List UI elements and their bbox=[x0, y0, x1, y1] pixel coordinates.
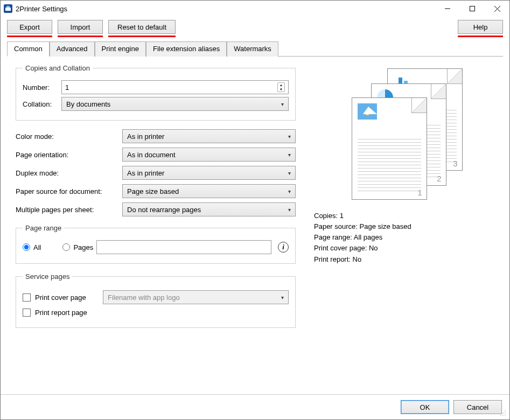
collation-value: By documents bbox=[66, 100, 110, 108]
info-icon[interactable]: i bbox=[278, 242, 289, 253]
collation-select[interactable]: By documents ▾ bbox=[61, 97, 289, 111]
svg-rect-1 bbox=[5, 8, 11, 11]
resize-grip-icon[interactable] bbox=[500, 410, 507, 417]
page-range-legend: Page range bbox=[23, 224, 64, 232]
cover-page-checkbox[interactable] bbox=[23, 293, 31, 302]
number-label: Number: bbox=[23, 83, 56, 92]
chevron-down-icon: ▾ bbox=[288, 152, 291, 158]
orientation-value: As in document bbox=[127, 151, 176, 159]
help-button[interactable]: Help bbox=[458, 20, 503, 34]
tab-common[interactable]: Common bbox=[7, 41, 50, 57]
duplex-select[interactable]: As in printer ▾ bbox=[122, 166, 296, 180]
preview-page-num-1: 1 bbox=[417, 188, 422, 197]
summary-copies: Copies: 1 bbox=[314, 211, 411, 221]
titlebar: 2Printer Settings bbox=[1, 1, 509, 17]
toolbar: Export Import Reset to default Help bbox=[1, 17, 509, 37]
reset-button[interactable]: Reset to default bbox=[108, 20, 176, 34]
preview-page-num-2: 2 bbox=[437, 174, 441, 183]
radio-pages-label: Pages bbox=[73, 243, 93, 251]
preview-illustration: 3 2 1 bbox=[340, 68, 464, 203]
picture-icon bbox=[358, 103, 377, 120]
tab-file-ext-aliases[interactable]: File extension aliases bbox=[146, 41, 227, 57]
export-underline bbox=[7, 36, 52, 37]
orientation-label: Page orientation: bbox=[16, 151, 117, 159]
tab-content: Copies and Collation Number: 1 ▲▼ Collat… bbox=[1, 57, 509, 394]
number-input[interactable]: 1 ▲▼ bbox=[61, 80, 289, 94]
paper-source-value: Page size based bbox=[127, 187, 179, 195]
duplex-value: As in printer bbox=[127, 169, 164, 177]
ok-button[interactable]: OK bbox=[401, 400, 449, 414]
cover-page-style-select[interactable]: Filename with app logo ▾ bbox=[103, 290, 289, 304]
cover-page-style-value: Filename with app logo bbox=[108, 293, 180, 302]
reset-underline bbox=[108, 36, 176, 37]
paper-source-label: Paper source for document: bbox=[16, 187, 117, 195]
radio-all-input[interactable] bbox=[23, 243, 30, 251]
settings-summary: Copies: 1 Paper source: Page size based … bbox=[314, 211, 411, 265]
copies-collation-legend: Copies and Collation bbox=[23, 64, 93, 72]
page-range-group: Page range All Pages i bbox=[16, 224, 296, 264]
radio-pages-input[interactable] bbox=[62, 243, 70, 251]
multi-pages-select[interactable]: Do not rearrange pages ▾ bbox=[122, 202, 296, 216]
color-mode-value: As in printer bbox=[127, 132, 164, 141]
summary-page-range: Page range: All pages bbox=[314, 232, 411, 243]
import-button[interactable]: Import bbox=[58, 20, 103, 34]
number-value: 1 bbox=[65, 83, 69, 92]
chevron-down-icon: ▾ bbox=[288, 207, 291, 213]
color-mode-label: Color mode: bbox=[16, 132, 117, 141]
export-button[interactable]: Export bbox=[7, 20, 52, 34]
color-mode-select[interactable]: As in printer ▾ bbox=[122, 129, 296, 143]
chevron-down-icon: ▾ bbox=[281, 101, 284, 107]
orientation-select[interactable]: As in document ▾ bbox=[122, 148, 296, 162]
service-pages-group: Service pages Print cover page Filename … bbox=[16, 272, 296, 328]
summary-report: Print report: No bbox=[314, 254, 411, 265]
copies-collation-group: Copies and Collation Number: 1 ▲▼ Collat… bbox=[16, 64, 296, 121]
multi-pages-value: Do not rearrange pages bbox=[127, 206, 201, 214]
tab-watermarks[interactable]: Watermarks bbox=[227, 41, 278, 57]
duplex-label: Duplex mode: bbox=[16, 169, 117, 177]
summary-paper-source: Paper source: Page size based bbox=[314, 221, 411, 232]
maximize-button[interactable] bbox=[460, 1, 485, 17]
tab-bar: Common Advanced Print engine File extens… bbox=[7, 41, 503, 57]
help-underline bbox=[458, 36, 503, 37]
chevron-down-icon: ▾ bbox=[281, 295, 284, 300]
service-pages-legend: Service pages bbox=[23, 272, 72, 281]
radio-all-label: All bbox=[33, 243, 41, 251]
chevron-down-icon: ▾ bbox=[288, 134, 291, 139]
import-underline bbox=[58, 36, 103, 37]
tab-advanced[interactable]: Advanced bbox=[50, 41, 95, 57]
svg-rect-2 bbox=[6, 6, 10, 8]
multi-pages-label: Multiple pages per sheet: bbox=[16, 206, 117, 214]
report-page-label: Print report page bbox=[35, 309, 87, 317]
window-title: 2Printer Settings bbox=[16, 5, 67, 13]
collation-label: Collation: bbox=[23, 100, 56, 108]
dialog-footer: OK Cancel bbox=[1, 394, 509, 419]
page-range-pages-radio[interactable]: Pages i bbox=[62, 240, 289, 254]
cancel-button[interactable]: Cancel bbox=[453, 400, 502, 414]
preview-page-1: 1 bbox=[352, 97, 427, 200]
minimize-button[interactable] bbox=[435, 1, 460, 17]
report-page-checkbox[interactable] bbox=[23, 309, 31, 317]
chevron-down-icon: ▾ bbox=[288, 170, 291, 176]
svg-rect-4 bbox=[470, 6, 475, 11]
cover-page-label: Print cover page bbox=[35, 293, 99, 302]
app-icon bbox=[4, 4, 12, 13]
chevron-down-icon: ▾ bbox=[288, 188, 291, 194]
spinner-up-icon[interactable]: ▲ bbox=[278, 83, 284, 87]
number-spinner[interactable]: ▲▼ bbox=[277, 82, 285, 92]
close-button[interactable] bbox=[485, 1, 509, 17]
spinner-down-icon[interactable]: ▼ bbox=[278, 87, 284, 92]
pages-input[interactable] bbox=[96, 240, 271, 254]
paper-source-select[interactable]: Page size based ▾ bbox=[122, 184, 296, 198]
preview-page-num-3: 3 bbox=[453, 159, 457, 168]
tab-print-engine[interactable]: Print engine bbox=[95, 41, 146, 57]
page-range-all-radio[interactable]: All bbox=[23, 243, 41, 251]
summary-cover: Print cover page: No bbox=[314, 243, 411, 254]
